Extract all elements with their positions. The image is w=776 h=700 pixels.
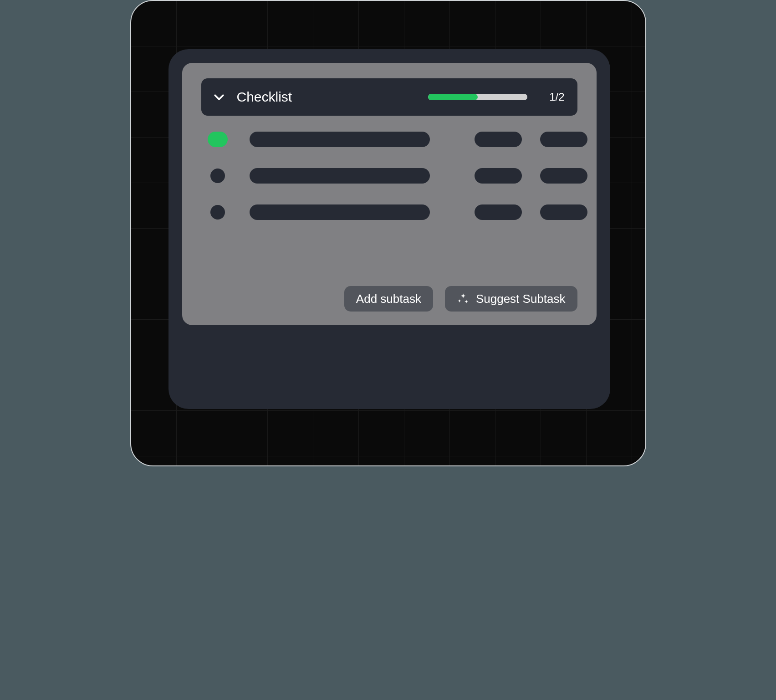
chevron-down-icon[interactable] — [211, 89, 227, 105]
checklist-header[interactable]: Checklist 1/2 — [201, 78, 577, 116]
status-todo-icon[interactable] — [204, 168, 231, 184]
item-title-placeholder — [250, 204, 430, 220]
suggest-subtask-label: Suggest Subtask — [476, 292, 566, 306]
progress-bar — [428, 94, 527, 100]
item-meta-placeholder — [540, 132, 587, 147]
add-subtask-button[interactable]: Add subtask — [344, 286, 433, 312]
add-subtask-label: Add subtask — [356, 292, 421, 306]
status-todo-icon[interactable] — [204, 204, 231, 220]
checklist-panel: Checklist 1/2 Add subtask — [182, 63, 597, 325]
checklist-row[interactable] — [204, 131, 575, 148]
status-done-icon[interactable] — [204, 131, 231, 148]
item-title-placeholder — [250, 168, 430, 184]
progress-count: 1/2 — [549, 91, 564, 103]
checklist-items — [201, 131, 577, 220]
item-meta-placeholder — [540, 204, 587, 220]
checklist-row[interactable] — [204, 168, 575, 184]
item-meta-placeholder — [475, 132, 522, 147]
item-title-placeholder — [250, 132, 430, 147]
checklist-card: Checklist 1/2 Add subtask — [168, 49, 610, 409]
suggest-subtask-button[interactable]: Suggest Subtask — [445, 286, 577, 312]
item-meta-placeholder — [475, 204, 522, 220]
stage-background: Checklist 1/2 Add subtask — [130, 0, 646, 466]
sparkle-icon — [457, 292, 470, 305]
checklist-actions: Add subtask Suggest Subtask — [344, 286, 577, 312]
checklist-title: Checklist — [237, 89, 292, 105]
checklist-row[interactable] — [204, 204, 575, 220]
item-meta-placeholder — [540, 168, 587, 184]
progress-fill — [428, 94, 478, 100]
item-meta-placeholder — [475, 168, 522, 184]
